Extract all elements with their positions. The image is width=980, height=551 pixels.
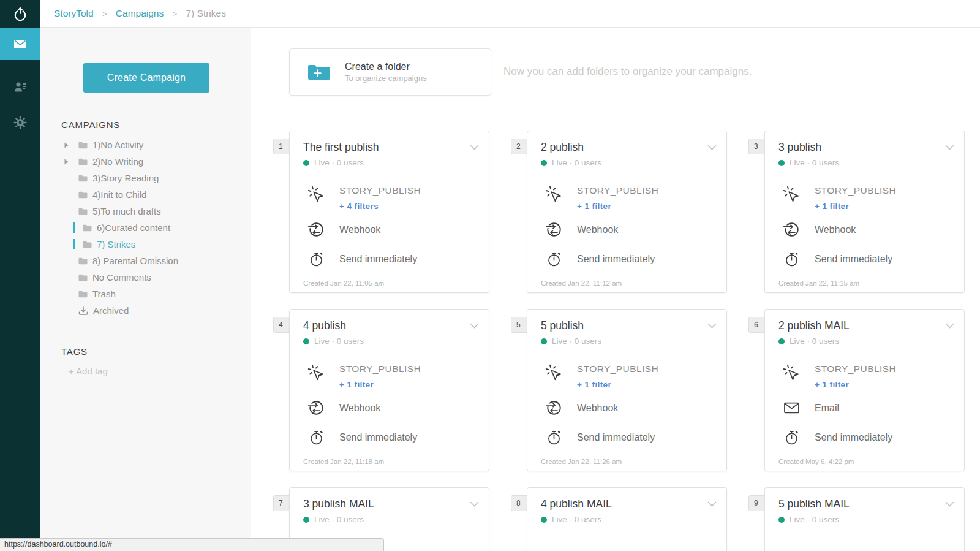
chevron-down-icon[interactable]	[707, 501, 717, 507]
campaign-card-body[interactable]: 5 publish MAIL Live · 0 users	[764, 487, 965, 551]
campaign-title[interactable]: 4 publish MAIL	[541, 498, 612, 511]
filters-link[interactable]: + 1 filter	[815, 202, 849, 211]
sidebar-campaign-folder-item[interactable]: 1)No Activity	[40, 137, 251, 153]
campaign-card-body[interactable]: The first publish Live · 0 users STO	[289, 131, 489, 293]
campaign-number: 7	[279, 499, 283, 507]
campaign-number: 8	[516, 499, 521, 507]
campaign-number: 5	[516, 321, 521, 329]
campaign-title[interactable]: 2 publish	[541, 141, 584, 154]
campaign-title[interactable]: 3 publish MAIL	[303, 498, 374, 511]
chevron-down-icon[interactable]	[945, 323, 954, 329]
channel-name: Webhook	[339, 403, 380, 414]
outbound-logo-button[interactable]	[0, 0, 40, 28]
campaign-number: 2	[516, 142, 521, 151]
chevron-down-icon[interactable]	[470, 145, 479, 150]
campaign-title[interactable]: 3 publish	[778, 141, 821, 154]
campaign-card-body[interactable]: 5 publish Live · 0 users STORY_PUBLI	[527, 309, 727, 471]
chevron-down-icon[interactable]	[470, 323, 479, 329]
campaign-status-text: Live · 0 users	[552, 336, 601, 346]
tags-heading: TAGS	[61, 346, 88, 357]
chevron-down-icon[interactable]	[945, 145, 954, 150]
caret-right-icon[interactable]	[64, 159, 69, 165]
filters-link[interactable]: + 1 filter	[577, 380, 611, 389]
users-icon	[12, 79, 28, 95]
sidebar-campaign-folder-item[interactable]: Archived	[40, 302, 251, 319]
webhook-icon	[306, 221, 326, 238]
folder-icon	[78, 257, 88, 265]
campaign-title[interactable]: 4 publish	[303, 319, 346, 332]
chevron-down-icon[interactable]	[707, 323, 717, 329]
trigger-row: STORY_PUBLISH + 1 filter	[781, 363, 954, 390]
breadcrumb-storytold[interactable]: StoryTold	[54, 8, 94, 18]
breadcrumb: StoryTold > Campaigns > 7) Strikes	[54, 8, 226, 19]
sidebar-campaign-folder-item[interactable]: 6)Curated content	[40, 219, 251, 236]
caret-right-icon[interactable]	[64, 142, 69, 148]
filters-link[interactable]: + 4 filters	[339, 202, 379, 211]
campaign-card-body[interactable]: 4 publish MAIL Live · 0 users	[527, 487, 727, 551]
sidebar-campaign-folder-item[interactable]: 7) Strikes	[40, 236, 251, 253]
folder-icon	[78, 208, 88, 215]
chevron-down-icon[interactable]	[707, 145, 717, 150]
campaign-title[interactable]: 5 publish MAIL	[778, 498, 850, 511]
campaign-number: 4	[279, 321, 283, 329]
email-icon	[781, 399, 802, 417]
trigger-event-name: STORY_PUBLISH	[815, 185, 896, 196]
created-date-text: Created Jan 22, 11:12 am	[541, 279, 622, 287]
gear-icon	[12, 115, 28, 131]
campaign-card-body[interactable]: 2 publish MAIL Live · 0 users STORY_	[764, 309, 965, 471]
schedule-text: Send immediately	[815, 254, 892, 265]
campaigns-heading: CAMPAIGNS	[61, 120, 120, 130]
campaign-status: Live · 0 users	[778, 336, 839, 346]
campaign-card-body[interactable]: 2 publish Live · 0 users STORY_PUBLI	[527, 131, 727, 293]
schedule-row: Send immediately	[781, 429, 954, 446]
cursor-click-icon	[306, 363, 326, 382]
filters-link[interactable]: + 1 filter	[577, 202, 611, 211]
add-tag-button[interactable]: + Add tag	[69, 366, 108, 376]
campaign-number: 9	[754, 499, 758, 507]
archive-icon	[78, 306, 88, 315]
chevron-down-icon[interactable]	[945, 501, 954, 507]
channel-row: Webhook	[306, 399, 479, 417]
folder-icon	[83, 241, 92, 248]
live-status-dot	[778, 338, 785, 344]
create-campaign-button[interactable]: Create Campaign	[83, 63, 209, 93]
campaign-title[interactable]: The first publish	[303, 141, 379, 154]
created-date-text: Created Jan 22, 11:05 am	[303, 279, 384, 287]
schedule-text: Send immediately	[577, 432, 655, 443]
rail-users-button[interactable]	[0, 71, 40, 103]
create-folder-card[interactable]: Create a folder To organize campaigns	[289, 48, 491, 96]
filters-link[interactable]: + 1 filter	[339, 380, 374, 389]
campaign-card-body[interactable]: 4 publish Live · 0 users STORY_PUBLI	[289, 309, 489, 471]
browser-status-url: https://dashboard.outbound.io/#	[0, 538, 384, 551]
sidebar-campaign-folder-item[interactable]: No Comments	[40, 269, 251, 286]
filters-link[interactable]: + 1 filter	[815, 380, 849, 389]
rail-campaigns-button[interactable]	[0, 28, 40, 60]
breadcrumb-separator: >	[102, 9, 107, 18]
campaign-title[interactable]: 2 publish MAIL	[778, 319, 850, 332]
rail-settings-button[interactable]	[0, 107, 40, 139]
breadcrumb-campaigns[interactable]: Campaigns	[116, 8, 164, 18]
webhook-icon	[781, 221, 802, 238]
campaign-card: 2 2 publish Live · 0 users	[527, 131, 727, 293]
trigger-row: STORY_PUBLISH + 1 filter	[543, 185, 717, 211]
sidebar-campaign-folder-item[interactable]: 3)Story Reading	[40, 170, 251, 186]
sidebar-campaign-folder-item[interactable]: 5)To much drafts	[40, 203, 251, 219]
campaign-title[interactable]: 5 publish	[541, 319, 584, 332]
created-date-text: Created Jan 22, 11:26 am	[541, 458, 622, 465]
sidebar-campaign-folder-item[interactable]: 4)Init to Child	[40, 186, 251, 203]
campaign-status-text: Live · 0 users	[314, 336, 364, 346]
sidebar-campaign-folder-item[interactable]: 2)No Writing	[40, 153, 251, 170]
folder-icon	[78, 158, 88, 165]
stopwatch-icon	[543, 251, 564, 267]
campaign-status: Live · 0 users	[541, 515, 601, 524]
live-status-dot	[778, 517, 785, 523]
stopwatch-icon	[306, 251, 326, 267]
sidebar-campaign-folder-item[interactable]: 8) Parental Omission	[40, 253, 251, 269]
sidebar-campaign-folder-item[interactable]: Trash	[40, 286, 251, 302]
live-status-dot	[303, 160, 309, 166]
campaign-card-body[interactable]: 3 publish Live · 0 users STORY_PUBLI	[764, 131, 965, 293]
live-status-dot	[541, 160, 547, 166]
trigger-row: STORY_PUBLISH + 4 filters	[306, 185, 479, 211]
campaign-status: Live · 0 users	[303, 336, 364, 346]
chevron-down-icon[interactable]	[470, 501, 479, 507]
